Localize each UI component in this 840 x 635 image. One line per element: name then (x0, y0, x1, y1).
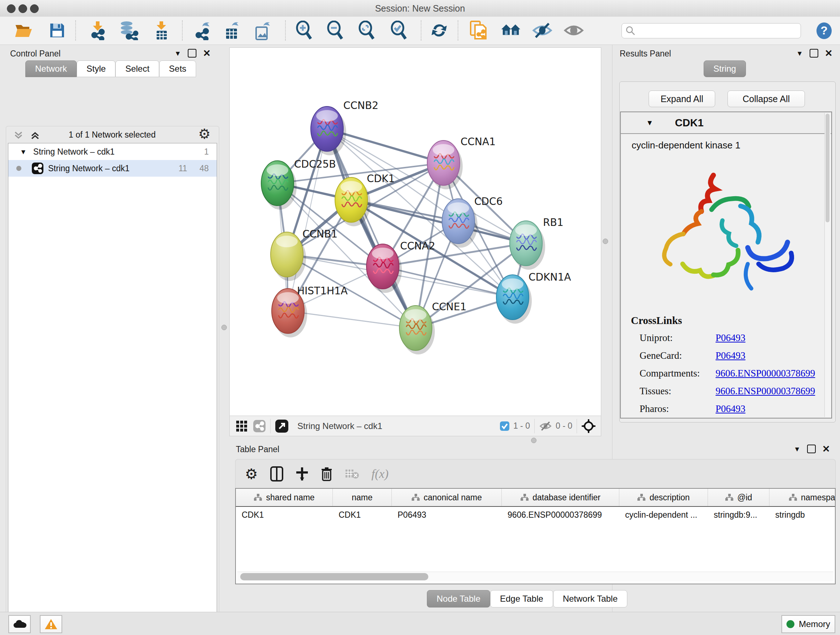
zoom-selected-button[interactable] (389, 21, 409, 40)
network-options-gear-icon[interactable]: ⚙ (198, 127, 210, 141)
scrollbar-thumb[interactable] (240, 573, 428, 580)
network-view[interactable]: CCNB2CCNA1CDC25BCDK1CDC6RB1CCNB1CCNA2CDK… (229, 48, 601, 436)
column-header-namespace[interactable]: namespace (769, 489, 836, 506)
network-edge[interactable] (288, 311, 416, 328)
network-graph[interactable]: CCNB2CCNA1CDC25BCDK1CDC6RB1CCNB1CCNA2CDK… (230, 48, 601, 416)
enhanced-labels-toggle-button[interactable] (532, 21, 553, 40)
import-table-file-button[interactable] (151, 21, 172, 40)
column-header-description[interactable]: description (619, 489, 708, 506)
tab-network-table[interactable]: Network Table (553, 590, 628, 608)
search-field[interactable] (622, 23, 801, 38)
tab-sets[interactable]: Sets (159, 60, 196, 77)
delete-column-icon[interactable] (321, 467, 332, 481)
hide-panel-eye-button[interactable] (564, 21, 584, 40)
birdseye-crosshair-icon[interactable] (581, 419, 596, 433)
expand-all-networks-icon[interactable] (30, 131, 41, 141)
network-node-rb1[interactable] (510, 221, 545, 270)
table-panel-close-icon[interactable]: ✕ (822, 445, 830, 453)
crosslink-link[interactable]: P06493 (715, 350, 745, 361)
hidden-eye-icon[interactable] (539, 421, 552, 432)
collection-expander-icon[interactable]: ▼ (20, 149, 27, 155)
expand-all-button[interactable]: Expand All (649, 90, 715, 107)
network-edge[interactable] (288, 129, 327, 311)
warnings-button[interactable] (40, 615, 62, 633)
column-header-canonical-name[interactable]: canonical name (392, 489, 502, 506)
export-network-button[interactable] (193, 21, 213, 40)
network-node-ccna2[interactable] (366, 244, 402, 293)
crosslink-link[interactable]: 9606.ENSP00000378699 (715, 386, 815, 397)
export-image-button[interactable] (252, 21, 272, 40)
results-vertical-scrollbar[interactable] (824, 113, 831, 417)
table-panel-menu-icon[interactable]: ▼ (794, 446, 801, 453)
table-cell[interactable]: CDK1 (236, 507, 333, 523)
column-header-name[interactable]: name (333, 489, 392, 506)
table-cell[interactable]: cyclin-dependent ... (619, 507, 708, 523)
crosslink-link[interactable]: P06493 (715, 333, 745, 344)
results-panel-menu-icon[interactable]: ▼ (796, 50, 803, 57)
collapse-all-button[interactable]: Collapse All (728, 90, 805, 107)
control-panel-menu-icon[interactable]: ▼ (174, 50, 181, 57)
homology-button[interactable] (501, 21, 521, 40)
right-splitter-handle[interactable] (603, 239, 608, 244)
table-cell[interactable]: 9606.ENSP00000378699 (502, 507, 619, 523)
table-panel-float-icon[interactable] (807, 445, 816, 453)
memory-button[interactable]: Memory (782, 615, 835, 633)
column-header-shared-name[interactable]: shared name (236, 489, 333, 506)
help-button[interactable]: ? (815, 22, 833, 41)
zoom-out-button[interactable] (325, 21, 346, 40)
node-label-rb1: RB1 (543, 217, 563, 228)
left-splitter-handle[interactable] (221, 325, 227, 330)
table-gear-icon[interactable]: ⚙ (245, 467, 258, 481)
refresh-view-button[interactable] (429, 21, 449, 40)
crosslink-link[interactable]: P06493 (715, 403, 745, 415)
tab-network[interactable]: Network (25, 60, 77, 77)
network-share-icon[interactable] (253, 420, 266, 432)
results-panel-float-icon[interactable] (810, 49, 818, 57)
table-row[interactable]: CDK1CDK1P064939606.ENSP00000378699cyclin… (236, 507, 835, 523)
table-cell[interactable]: stringdb (769, 507, 836, 523)
table-cell[interactable]: stringdb:9... (708, 507, 769, 523)
network-node-ccne1[interactable] (399, 306, 435, 355)
column-header-@id[interactable]: @id (708, 489, 769, 506)
string-import-button[interactable] (469, 21, 489, 40)
export-network-icon (193, 21, 212, 40)
network-edge[interactable] (327, 129, 416, 328)
zoom-in-button[interactable] (294, 21, 314, 40)
tab-edge-table[interactable]: Edge Table (490, 590, 553, 608)
table-cell[interactable]: CDK1 (333, 507, 392, 523)
detach-view-icon[interactable] (275, 419, 289, 433)
control-panel-close-icon[interactable]: ✕ (203, 50, 211, 57)
network-node-cdkn1a[interactable] (496, 275, 532, 324)
import-network-file-button[interactable] (88, 21, 108, 40)
tab-style[interactable]: Style (77, 60, 115, 77)
network-node-ccnb1[interactable] (271, 232, 306, 281)
node-table[interactable]: shared namenamecanonical namedatabase id… (235, 488, 836, 584)
network-node-cdc6[interactable] (442, 199, 477, 248)
grid-view-icon[interactable] (235, 420, 248, 432)
selected-checkbox-icon[interactable] (500, 421, 510, 431)
tab-select[interactable]: Select (115, 60, 159, 77)
column-header-database-identifier[interactable]: database identifier (502, 489, 619, 506)
table-horizontal-scrollbar[interactable] (237, 572, 834, 581)
network-node-ccnb2[interactable] (311, 106, 346, 155)
collapse-all-networks-icon[interactable] (13, 131, 24, 141)
crosslink-link[interactable]: 9606.ENSP00000378699 (715, 368, 815, 379)
export-table-button[interactable] (221, 21, 242, 40)
tab-node-table[interactable]: Node Table (427, 590, 490, 608)
import-network-database-button[interactable] (118, 21, 139, 40)
zoom-fit-button[interactable] (357, 21, 377, 40)
control-panel-float-icon[interactable] (188, 49, 196, 57)
network-edge[interactable] (383, 266, 513, 297)
import-network-icon (88, 21, 107, 40)
show-columns-icon[interactable] (270, 466, 283, 481)
tab-string[interactable]: String (704, 60, 746, 77)
table-cell[interactable]: P06493 (392, 507, 502, 523)
network-row[interactable]: String Network – cdk1 11 48 (8, 160, 217, 177)
network-collection-row[interactable]: ▼ String Network – cdk1 1 (8, 143, 217, 160)
results-panel-close-icon[interactable]: ✕ (825, 50, 833, 57)
open-session-button[interactable] (14, 21, 34, 40)
cloud-status-button[interactable] (8, 615, 31, 633)
protein-expander-icon[interactable]: ▼ (646, 119, 653, 126)
add-column-icon[interactable] (295, 467, 309, 481)
save-session-button[interactable] (47, 21, 67, 40)
